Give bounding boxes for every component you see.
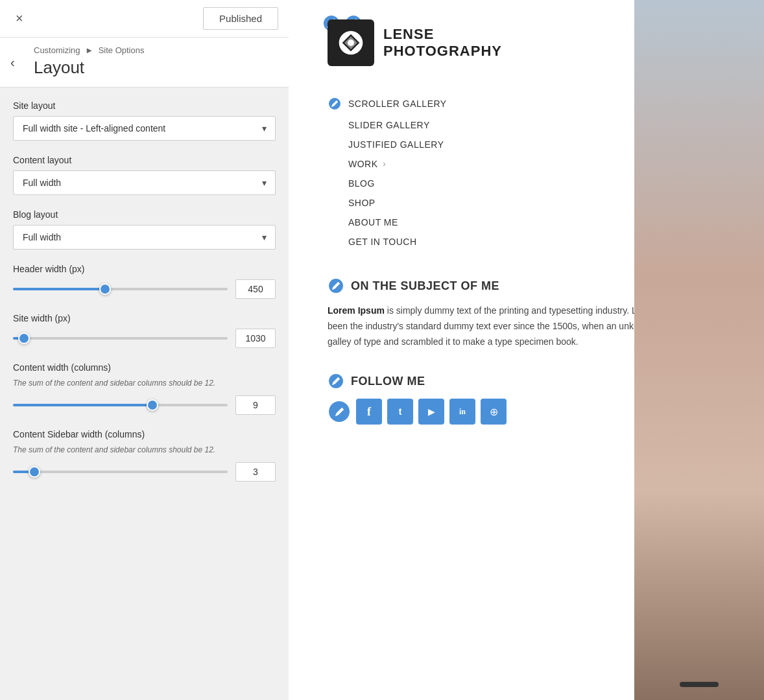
nav-edit-icon[interactable] (328, 97, 342, 111)
published-button[interactable]: Published (203, 7, 278, 30)
facebook-icon[interactable]: f (356, 399, 382, 425)
breadcrumb-customizing[interactable]: Customizing (34, 45, 80, 55)
back-button[interactable]: ‹ (10, 55, 15, 70)
scroll-indicator (680, 682, 719, 687)
nav-item-label: BLOG (348, 178, 375, 189)
site-width-slider-row (13, 329, 276, 348)
header-width-fill (13, 288, 105, 290)
linkedin-icon[interactable]: in (449, 399, 475, 425)
sidebar-width-slider[interactable] (13, 471, 228, 473)
content-width-slider[interactable] (13, 404, 228, 406)
content-width-group: Content width (columns) The sum of the c… (13, 362, 276, 415)
breadcrumb-section: Site Options (99, 45, 145, 55)
sidebar-width-input[interactable] (235, 462, 276, 482)
content-layout-select-wrapper: Full width Left sidebar Right sidebar ▾ (13, 170, 276, 195)
nav-item-label: ABOUT ME (348, 217, 398, 228)
logo-text: LENSE PHOTOGRAPHY (383, 26, 502, 60)
breadcrumb-bar: ‹ Customizing ► Site Options Layout (0, 38, 289, 88)
header-width-slider[interactable] (13, 288, 228, 290)
panel-content: Site layout Full width site - Left-align… (0, 88, 289, 700)
youtube-icon[interactable]: ▶ (418, 399, 444, 425)
content-layout-select[interactable]: Full width Left sidebar Right sidebar (13, 170, 276, 195)
content-width-slider-row (13, 395, 276, 415)
sidebar-width-group: Content Sidebar width (columns) The sum … (13, 429, 276, 482)
left-panel: × Published ‹ Customizing ► Site Options… (0, 0, 289, 700)
twitter-icon[interactable]: t (387, 399, 413, 425)
sidebar-width-hint: The sum of the content and sidebar colum… (13, 445, 276, 456)
site-width-thumb[interactable] (18, 332, 30, 344)
page-title: Layout (34, 58, 276, 78)
site-layout-group: Site layout Full width site - Left-align… (13, 100, 276, 141)
content-width-label: Content width (columns) (13, 362, 276, 373)
top-bar: × Published (0, 0, 289, 38)
nav-item-label: SCROLLER GALLERY (348, 99, 447, 109)
content-width-hint: The sum of the content and sidebar colum… (13, 378, 276, 389)
right-preview: LENSE PHOTOGRAPHY SCROLLER GALLERY SLIDE… (289, 0, 764, 700)
logo-icon (328, 19, 374, 66)
site-width-group: Site width (px) (13, 313, 276, 348)
site-width-label: Site width (px) (13, 313, 276, 323)
header-width-label: Header width (px) (13, 264, 276, 274)
follow-section-title: FOLLOW ME (351, 375, 425, 388)
blog-layout-label: Blog layout (13, 209, 276, 220)
site-width-slider[interactable] (13, 337, 228, 340)
site-layout-label: Site layout (13, 100, 276, 111)
nav-item-label: SHOP (348, 198, 376, 208)
follow-section-edit[interactable] (328, 373, 344, 390)
sidebar-width-label: Content Sidebar width (columns) (13, 429, 276, 439)
social-edit-button[interactable] (328, 400, 351, 423)
nav-item-label: SLIDER GALLERY (348, 120, 430, 130)
about-section-edit[interactable] (328, 277, 344, 294)
content-width-input[interactable] (235, 395, 276, 415)
close-button[interactable]: × (10, 8, 29, 29)
breadcrumb-separator: ► (85, 45, 95, 55)
side-photo (634, 0, 764, 700)
content-width-fill (13, 404, 152, 406)
blog-layout-group: Blog layout Full width Left sidebar Righ… (13, 209, 276, 250)
nav-item-label: WORK (348, 159, 378, 169)
blog-layout-select[interactable]: Full width Left sidebar Right sidebar (13, 225, 276, 250)
breadcrumb: Customizing ► Site Options (34, 45, 276, 55)
blog-layout-select-wrapper: Full width Left sidebar Right sidebar ▾ (13, 225, 276, 250)
about-section-title: ON THE SUBJECT OF ME (351, 279, 499, 293)
header-width-input[interactable] (235, 279, 276, 299)
dribbble-icon[interactable]: ⊕ (481, 399, 507, 425)
header-width-thumb[interactable] (99, 283, 111, 295)
chevron-right-icon: › (383, 159, 387, 169)
site-layout-select[interactable]: Full width site - Left-aligned content F… (13, 116, 276, 141)
site-width-input[interactable] (235, 329, 276, 348)
site-layout-select-wrapper: Full width site - Left-aligned content F… (13, 116, 276, 141)
content-width-thumb[interactable] (147, 399, 158, 411)
content-layout-group: Content layout Full width Left sidebar R… (13, 155, 276, 195)
svg-point-0 (348, 40, 354, 46)
header-width-group: Header width (px) (13, 264, 276, 299)
nav-item-label: JUSTIFIED GALLERY (348, 139, 444, 150)
content-layout-label: Content layout (13, 155, 276, 165)
sidebar-width-thumb[interactable] (29, 466, 40, 478)
header-width-slider-row (13, 279, 276, 299)
nav-item-label: GET IN TOUCH (348, 237, 417, 247)
sidebar-width-slider-row (13, 462, 276, 482)
